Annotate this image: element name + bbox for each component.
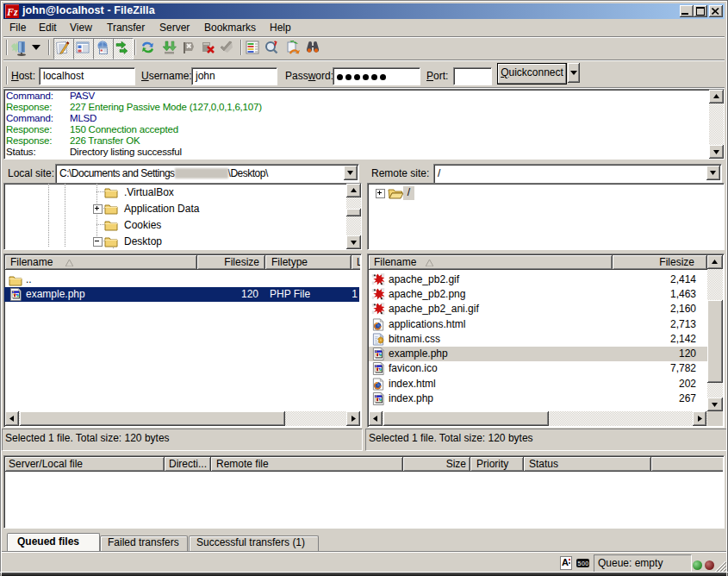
svg-text:Fz: Fz xyxy=(6,6,18,18)
